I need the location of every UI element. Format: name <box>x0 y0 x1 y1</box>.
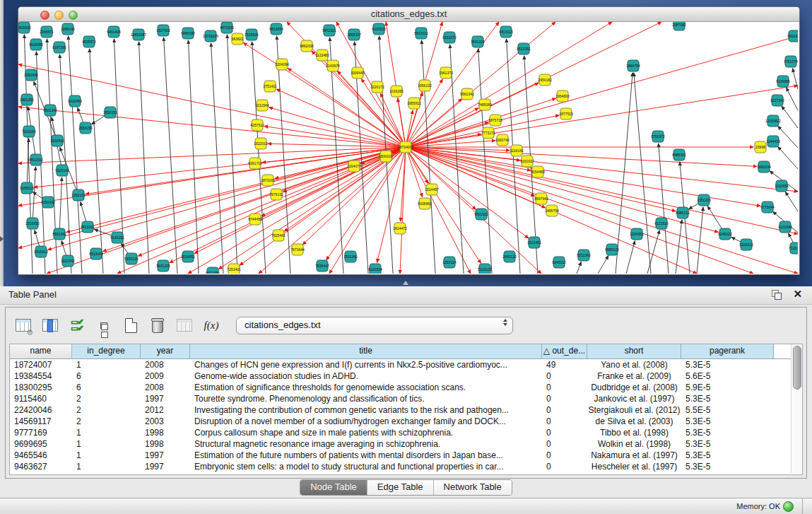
graph-node-label: 1021542 <box>61 259 75 263</box>
scrollbar-thumb[interactable] <box>793 346 801 390</box>
table-panel-header: Table Panel ✕ <box>0 286 812 305</box>
graph-edge <box>785 192 798 211</box>
graph-node-label: 2516650 <box>25 221 40 226</box>
memory-status-led[interactable] <box>783 501 794 512</box>
table-cell: Corpus callosum shape and size in male p… <box>190 427 542 438</box>
graph-node-label: 9501923 <box>787 34 798 38</box>
table-row[interactable]: 977716911998Corpus callosum shape and si… <box>10 427 802 438</box>
table-row[interactable]: 1830029562008Estimation of significance … <box>10 382 802 393</box>
table-cell: Nakamura et al. (1997) <box>587 450 681 461</box>
column-header-short[interactable]: short <box>587 344 681 358</box>
column-header-year[interactable]: year <box>141 344 190 358</box>
graph-node-label: 1204351 <box>630 232 644 236</box>
table-cell: Estimation of the future numbers of pati… <box>190 450 542 461</box>
new-file-icon[interactable] <box>120 315 141 336</box>
graph-node-label: 1527602 <box>156 28 170 33</box>
tab-node-table[interactable]: Node Table <box>300 480 367 495</box>
table-cell: 5.3E-5 <box>681 359 774 370</box>
table-cell: 2 <box>72 404 141 416</box>
tab-edge-table[interactable]: Edge Table <box>367 480 434 495</box>
column-header-out_de[interactable]: △ out_de... <box>542 344 587 358</box>
network-graph: 1872400798620082204094275141110115444257… <box>18 22 798 274</box>
graph-node-label: 1954803 <box>555 94 570 98</box>
application-window: citations_edges.txt 18724007986200822040… <box>0 0 812 514</box>
graph-node-label: 2045571 <box>40 30 54 34</box>
table-cell: Franke et al. (2009) <box>587 370 681 382</box>
table-row[interactable]: 911546021997Tourette syndrome. Phenomeno… <box>10 393 802 404</box>
column-header-in_degree[interactable]: in_degree <box>72 344 141 358</box>
table-cell: 0 <box>542 416 587 427</box>
column-header-title[interactable]: title <box>190 344 542 358</box>
graph-node-label: 6501342 <box>43 108 57 112</box>
table-cell: 6 <box>72 382 141 393</box>
graph-edge <box>59 177 62 234</box>
table-cell: Changes of HCN gene expression and I(f) … <box>190 359 542 370</box>
table-cell: 1997 <box>141 461 190 472</box>
show-column-icon[interactable] <box>40 315 61 336</box>
close-panel-icon[interactable]: ✕ <box>793 288 802 300</box>
table-row[interactable]: 946554611997Estimation of the future num… <box>10 450 802 461</box>
table-cell: 0 <box>542 461 587 472</box>
graph-node-label: 2516651 <box>181 255 195 259</box>
collapse-panel-arrow-icon[interactable] <box>0 236 4 242</box>
table-row[interactable]: 1938455462009Genome-wide association stu… <box>10 370 802 382</box>
row-toggle-icon[interactable] <box>93 315 114 336</box>
table-cell: Jankovic et al. (1997) <box>587 393 681 404</box>
dropdown-arrows-icon <box>503 319 507 326</box>
table-row[interactable]: 946362711997Embryonic stem cells: a mode… <box>10 461 802 472</box>
table-cell: Yano et al. (2008) <box>587 359 681 370</box>
graph-node-label: 5501342 <box>52 232 66 236</box>
graph-edge <box>33 167 35 223</box>
graph-node-label: 7679132 <box>269 192 283 197</box>
table-cell: 1 <box>72 438 141 450</box>
graph-node-label: 1512451 <box>527 240 541 245</box>
graph-node-label: 2087082 <box>672 23 686 27</box>
tab-network-table[interactable]: Network Table <box>434 480 512 495</box>
import-table-icon-disabled <box>174 315 195 336</box>
delete-icon[interactable] <box>147 315 168 336</box>
table-cell: 1998 <box>141 438 190 450</box>
table-cell: 2012 <box>141 404 190 416</box>
graph-node-label: 10719135 <box>203 34 218 38</box>
function-builder-icon[interactable]: f(x) <box>201 315 222 336</box>
graph-node-label: 8130525 <box>372 27 386 31</box>
table-cell: 1 <box>72 450 141 461</box>
network-window-titlebar[interactable]: citations_edges.txt <box>18 7 799 22</box>
graph-node-label: 1244419 <box>766 139 780 144</box>
table-row[interactable]: 1872400712008Changes of HCN gene express… <box>10 359 802 370</box>
graph-node-label: 1877515 <box>559 112 573 116</box>
table-row[interactable]: 969969511998Structural magnetic resonanc… <box>10 438 802 450</box>
graph-node-label: 7625441 <box>271 233 286 238</box>
graph-node-label: 8597941 <box>534 197 548 201</box>
table-cell: 1997 <box>141 450 190 461</box>
column-header-pagerank[interactable]: pagerank <box>681 344 774 358</box>
table-selector-dropdown[interactable]: citations_edges.txt <box>236 317 513 334</box>
graph-edge <box>598 256 608 274</box>
table-cell: 5.3E-5 <box>681 450 774 461</box>
table-tabs-row: Node TableEdge TableNetwork Table <box>0 479 812 496</box>
graph-node-label: 9631205 <box>156 264 170 268</box>
table-mode-icon[interactable]: ⚙ <box>13 315 34 336</box>
graph-node-label: 1011544 <box>255 103 269 107</box>
column-check-icon[interactable]: ▭✔▭✔ <box>66 315 88 336</box>
table-cell: 0 <box>542 438 587 450</box>
table-cell: 9777169 <box>10 427 72 438</box>
graph-node-label: 1692034 <box>757 165 771 169</box>
graph-node-label: 2060650 <box>24 73 38 77</box>
column-header-name[interactable]: name <box>10 344 72 358</box>
graph-edge <box>288 69 406 147</box>
graph-node-label: 4035572 <box>82 40 96 44</box>
table-vertical-scrollbar[interactable] <box>791 344 802 473</box>
float-panel-icon[interactable] <box>772 290 781 299</box>
graph-node-label: 1351203 <box>697 198 711 202</box>
graph-node-label: 2204094 <box>275 62 289 66</box>
graph-node-label: 6773044 <box>760 205 775 209</box>
table-row[interactable]: 2242004622012Investigating the contribut… <box>10 404 802 416</box>
table-cell: 2003 <box>141 416 190 427</box>
left-panel-edge <box>0 0 4 286</box>
table-row[interactable]: 1456911722003Disruption of a novel membe… <box>10 416 802 427</box>
table-cell: Structural magnetic resonance image aver… <box>190 438 542 450</box>
network-canvas[interactable]: 1872400798620082204094275141110115444257… <box>18 22 798 274</box>
graph-node-label: 18724007 <box>398 145 413 149</box>
graph-node-label: 7485083 <box>478 103 492 107</box>
